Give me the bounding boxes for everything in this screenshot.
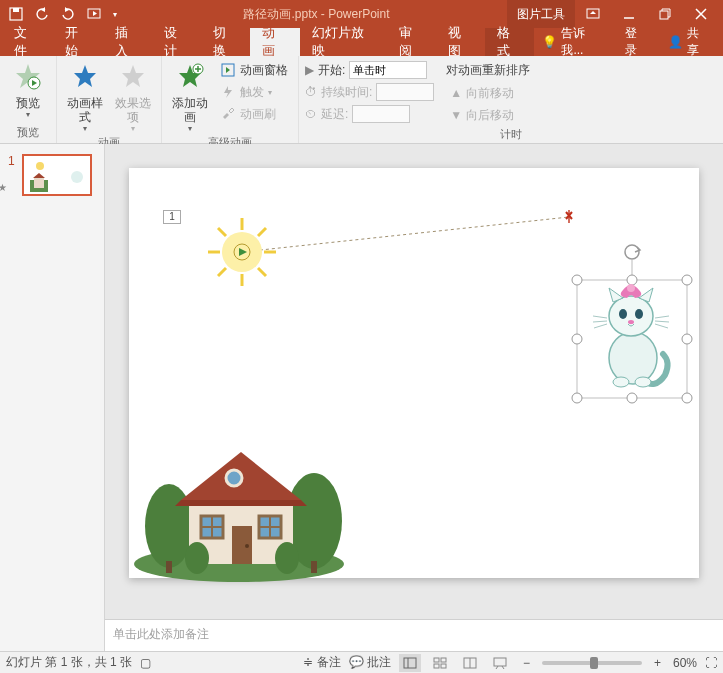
tab-review[interactable]: 审阅 (387, 28, 436, 56)
preview-button[interactable]: 预览▾ (6, 58, 50, 119)
svg-point-55 (627, 284, 635, 292)
svg-rect-64 (441, 658, 446, 662)
fit-to-window-button[interactable]: ⛶ (705, 656, 717, 670)
slide: 1 (129, 168, 699, 578)
pane-icon (220, 62, 236, 78)
animation-styles-button[interactable]: 动画样式▾ (63, 58, 107, 133)
save-button[interactable] (4, 2, 28, 26)
svg-point-50 (572, 393, 582, 403)
reading-view-button[interactable] (459, 654, 481, 672)
svg-rect-65 (434, 664, 439, 668)
svg-point-38 (245, 544, 249, 548)
lightbulb-icon: 💡 (542, 35, 557, 49)
animation-painter-button[interactable]: 动画刷 (216, 104, 292, 124)
start-from-beginning-button[interactable] (82, 2, 106, 26)
clock-icon: ⏱ (305, 85, 317, 99)
svg-rect-5 (660, 11, 668, 19)
svg-point-46 (627, 275, 637, 285)
star-icon-gray (119, 60, 147, 94)
svg-point-48 (572, 334, 582, 344)
svg-line-23 (258, 228, 266, 236)
svg-rect-37 (232, 526, 252, 564)
svg-point-57 (635, 309, 643, 319)
zoom-level[interactable]: 60% (673, 656, 697, 670)
add-animation-button[interactable]: 添加动画▾ (168, 58, 212, 133)
svg-point-52 (682, 393, 692, 403)
up-arrow-icon: ▲ (450, 86, 462, 100)
qat-dropdown[interactable]: ▾ (108, 2, 122, 26)
restore-button[interactable] (647, 2, 683, 26)
svg-rect-61 (404, 658, 416, 668)
sorter-view-button[interactable] (429, 654, 451, 672)
share-button[interactable]: 👤共享 (660, 28, 717, 56)
reorder-header: 对动画重新排序 (446, 60, 530, 81)
comments-toggle[interactable]: 💬 批注 (349, 654, 391, 671)
svg-point-45 (572, 275, 582, 285)
slide-canvas-area[interactable]: 1 (105, 144, 723, 619)
tab-format[interactable]: 格式 (485, 28, 534, 56)
house-image (134, 452, 344, 582)
svg-point-49 (682, 334, 692, 344)
move-earlier-button[interactable]: ▲向前移动 (446, 83, 530, 103)
play-icon: ▶ (305, 63, 314, 77)
svg-point-59 (613, 377, 629, 387)
tab-transitions[interactable]: 切换 (201, 28, 250, 56)
zoom-slider[interactable] (542, 661, 642, 665)
minimize-button[interactable] (611, 2, 647, 26)
cat-image-selected (572, 245, 692, 403)
svg-point-41 (275, 542, 299, 574)
thumb-number: 1 (8, 154, 18, 168)
slideshow-view-button[interactable] (489, 654, 511, 672)
svg-point-40 (185, 542, 209, 574)
delay-icon: ⏲ (305, 107, 317, 121)
slide-thumbnail-1[interactable] (22, 154, 92, 196)
move-later-button[interactable]: ▼向后移动 (446, 105, 530, 125)
close-button[interactable] (683, 2, 719, 26)
tab-home[interactable]: 开始 (53, 28, 102, 56)
signin-button[interactable]: 登录 (617, 28, 656, 56)
svg-point-60 (635, 377, 651, 387)
group-preview: 预览 (6, 123, 50, 143)
delay-field[interactable] (352, 105, 410, 123)
svg-point-58 (628, 320, 634, 324)
slide-thumbnail-panel: 1 ★ (0, 144, 105, 651)
tab-view[interactable]: 视图 (436, 28, 485, 56)
notes-pane[interactable]: 单击此处添加备注 (105, 619, 723, 651)
tab-slideshow[interactable]: 幻灯片放映 (300, 28, 387, 56)
star-plus-icon (176, 60, 204, 94)
notes-toggle[interactable]: ≑ 备注 (303, 654, 340, 671)
effect-options-button[interactable]: 效果选项▾ (111, 58, 155, 133)
duration-label: 持续时间: (321, 84, 372, 101)
start-label: 开始: (318, 62, 345, 79)
animation-pane-button[interactable]: 动画窗格 (216, 60, 292, 80)
svg-rect-69 (494, 658, 506, 666)
svg-point-12 (71, 171, 83, 183)
tab-insert[interactable]: 插入 (103, 28, 152, 56)
down-arrow-icon: ▼ (450, 108, 462, 122)
zoom-out-button[interactable]: − (519, 656, 534, 670)
svg-rect-27 (166, 561, 172, 573)
tab-animations[interactable]: 动画 (250, 28, 299, 56)
svg-point-53 (609, 332, 657, 384)
svg-rect-66 (441, 664, 446, 668)
normal-view-button[interactable] (399, 654, 421, 672)
tab-design[interactable]: 设计 (152, 28, 201, 56)
ribbon-display-options[interactable] (575, 2, 611, 26)
svg-point-51 (627, 393, 637, 403)
group-timing: 计时 (305, 125, 717, 145)
tab-file[interactable]: 文件 (0, 28, 53, 56)
trigger-button[interactable]: 触发 ▾ (216, 82, 292, 102)
tell-me-button[interactable]: 💡告诉我... (534, 28, 612, 56)
spellcheck-icon[interactable]: ▢ (140, 656, 151, 670)
svg-line-13 (242, 217, 569, 252)
slide-counter: 幻灯片 第 1 张，共 1 张 (6, 654, 132, 671)
svg-point-9 (36, 162, 44, 170)
svg-point-47 (682, 275, 692, 285)
trigger-icon (220, 84, 236, 100)
start-field[interactable] (349, 61, 427, 79)
zoom-in-button[interactable]: + (650, 656, 665, 670)
duration-field[interactable] (376, 83, 434, 101)
redo-button[interactable] (56, 2, 80, 26)
undo-button[interactable] (30, 2, 54, 26)
svg-rect-11 (34, 178, 44, 188)
